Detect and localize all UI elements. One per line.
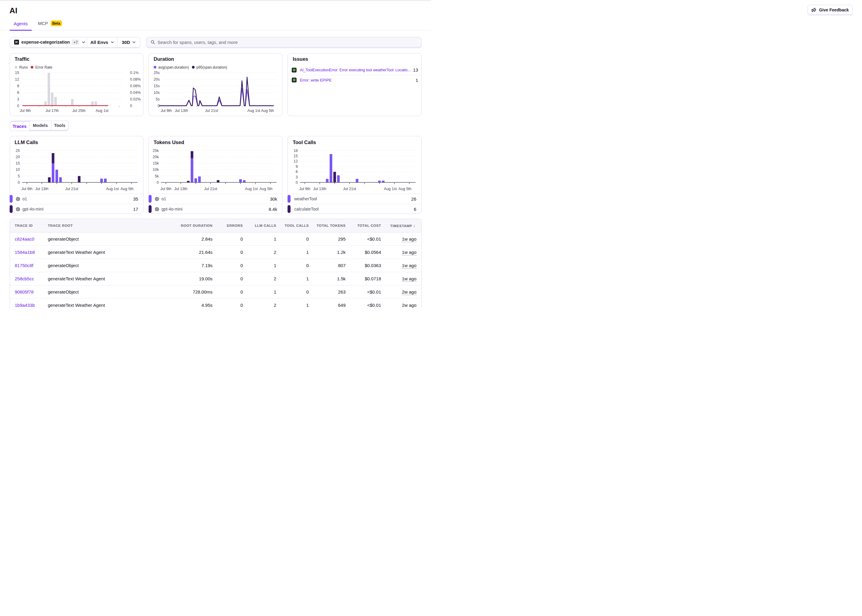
svg-text:0: 0 xyxy=(18,180,20,184)
svg-text:25s: 25s xyxy=(154,71,160,75)
svg-text:Jul 17th: Jul 17th xyxy=(46,108,59,113)
svg-text:Jul 21st: Jul 21st xyxy=(205,108,218,113)
svg-text:12: 12 xyxy=(15,77,19,82)
svg-text:3: 3 xyxy=(17,97,19,101)
svg-text:0: 0 xyxy=(157,180,159,184)
svg-text:15: 15 xyxy=(16,161,20,165)
svg-text:Jul 9th: Jul 9th xyxy=(161,108,172,113)
svg-text:9: 9 xyxy=(17,84,19,88)
svg-text:6: 6 xyxy=(296,170,298,174)
svg-text:25k: 25k xyxy=(153,148,159,152)
svg-text:Aug 1st: Aug 1st xyxy=(247,108,260,113)
svg-text:6: 6 xyxy=(17,90,19,94)
svg-text:Aug 1st: Aug 1st xyxy=(106,187,119,191)
svg-text:Jul 21st: Jul 21st xyxy=(204,187,217,191)
svg-text:0.1%: 0.1% xyxy=(130,71,138,75)
svg-text:Aug 1st: Aug 1st xyxy=(245,187,258,191)
svg-text:0.08%: 0.08% xyxy=(130,77,140,82)
svg-text:12: 12 xyxy=(294,159,298,163)
svg-text:3: 3 xyxy=(296,175,298,179)
svg-text:0.02%: 0.02% xyxy=(130,97,140,101)
svg-text:Jul 13th: Jul 13th xyxy=(35,187,49,191)
svg-text:0: 0 xyxy=(130,104,132,108)
svg-text:Jul 21st: Jul 21st xyxy=(343,187,356,191)
svg-text:10: 10 xyxy=(16,168,20,172)
svg-text:Aug 5th: Aug 5th xyxy=(259,187,273,191)
svg-text:Aug 5th: Aug 5th xyxy=(261,108,274,113)
svg-text:0: 0 xyxy=(296,180,298,184)
svg-text:5: 5 xyxy=(18,174,20,178)
svg-text:Aug 5th: Aug 5th xyxy=(399,187,411,191)
svg-text:0.06%: 0.06% xyxy=(130,84,140,88)
svg-text:Jul 21st: Jul 21st xyxy=(65,187,78,191)
svg-text:Jul 25th: Jul 25th xyxy=(72,108,85,113)
svg-text:Aug 1st: Aug 1st xyxy=(96,108,108,113)
svg-text:9: 9 xyxy=(296,164,298,168)
svg-text:Jul 9th: Jul 9th xyxy=(21,187,33,191)
svg-text:Jul 9th: Jul 9th xyxy=(20,108,31,113)
svg-text:0.04%: 0.04% xyxy=(130,90,140,94)
svg-text:20: 20 xyxy=(16,155,20,159)
svg-text:5s: 5s xyxy=(156,97,160,101)
svg-text:Aug 5th: Aug 5th xyxy=(120,187,133,191)
svg-text:15: 15 xyxy=(294,154,298,158)
svg-text:Aug 1st: Aug 1st xyxy=(384,187,397,191)
svg-text:Jul 9th: Jul 9th xyxy=(160,187,171,191)
svg-text:25: 25 xyxy=(16,148,20,152)
svg-text:20s: 20s xyxy=(154,77,160,82)
svg-text:Jul 13th: Jul 13th xyxy=(313,187,327,191)
svg-text:Jul 9th: Jul 9th xyxy=(299,187,310,191)
svg-text:5k: 5k xyxy=(155,174,159,178)
svg-text:15k: 15k xyxy=(153,161,159,165)
svg-text:18: 18 xyxy=(294,148,298,152)
svg-text:20k: 20k xyxy=(153,155,159,159)
svg-text:Jul 13th: Jul 13th xyxy=(174,187,187,191)
svg-text:15: 15 xyxy=(15,71,19,75)
svg-text:0: 0 xyxy=(17,104,19,108)
svg-text:Jul 13th: Jul 13th xyxy=(175,108,188,113)
svg-text:15s: 15s xyxy=(154,84,160,88)
svg-text:10s: 10s xyxy=(154,90,160,94)
svg-text:10k: 10k xyxy=(153,168,159,172)
